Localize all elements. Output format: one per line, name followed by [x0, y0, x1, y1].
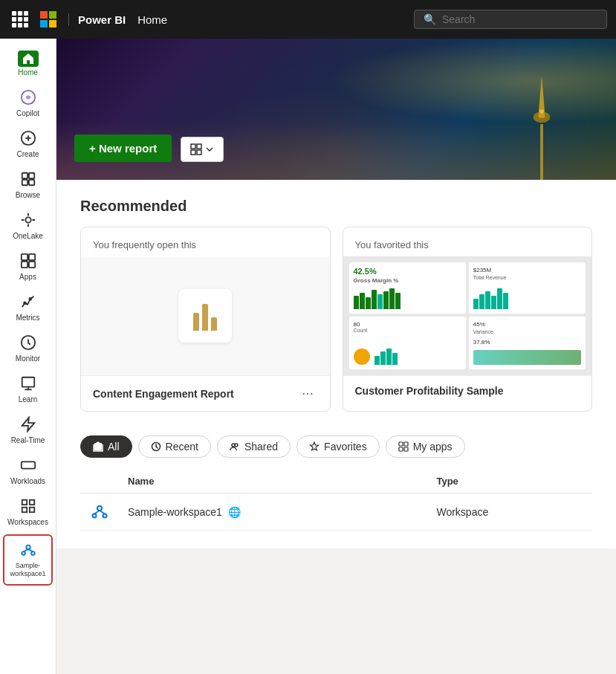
sidebar-item-sample-workspace1[interactable]: Sample-workspace1	[3, 534, 53, 586]
svg-line-49	[100, 511, 105, 514]
search-box[interactable]: 🔍	[414, 10, 607, 29]
svg-rect-43	[399, 447, 403, 451]
sidebar-label-browse: Browse	[16, 191, 40, 200]
recommended-grid: You frequently open this Content Engagem…	[80, 227, 592, 412]
filter-tab-shared[interactable]: Shared	[217, 435, 291, 458]
sidebar-label-monitor: Monitor	[16, 354, 40, 363]
sidebar-item-apps[interactable]: Apps	[0, 247, 56, 288]
content-area: Recommended You frequently open this Con…	[56, 180, 616, 548]
workspaces-icon	[20, 498, 36, 516]
filter-tab-recent[interactable]: Recent	[138, 435, 211, 458]
onelake-icon	[20, 212, 36, 230]
filter-tab-all-label: All	[108, 441, 120, 453]
sidebar-item-metrics[interactable]: Metrics	[0, 288, 56, 328]
dash-tile-2: $235M Total Revenue	[469, 262, 586, 314]
workspace-item-icon	[20, 542, 36, 560]
waffle-menu[interactable]	[9, 8, 31, 30]
rec-card-engagement-name: Content Engagement Report	[93, 388, 234, 400]
svg-point-8	[25, 217, 30, 222]
filter-tab-recent-label: Recent	[166, 441, 198, 453]
items-table: Name Type	[80, 470, 592, 531]
rec-card-engagement[interactable]: You frequently open this Content Engagem…	[80, 227, 331, 412]
svg-rect-20	[29, 500, 33, 505]
sidebar-item-onelake[interactable]: OneLake	[0, 206, 56, 247]
sidebar-item-monitor[interactable]: Monitor	[0, 328, 56, 369]
svg-point-45	[97, 506, 102, 511]
cube-icon	[93, 441, 103, 452]
rec-card-engagement-more-button[interactable]: ⋯	[297, 385, 318, 402]
rec-card-profitability-name: Customer Profitability Sample	[355, 385, 504, 397]
table-row-name: Sample-workspace1	[128, 506, 222, 518]
rec-card-profitability-subtitle: You favorited this	[343, 227, 592, 256]
view-toggle-button[interactable]	[181, 137, 224, 162]
sidebar-label-create: Create	[16, 150, 39, 159]
search-icon: 🔍	[424, 13, 436, 25]
svg-rect-21	[22, 508, 26, 512]
sidebar-item-learn[interactable]: Learn	[0, 369, 56, 410]
table-col-type-label: Type	[427, 470, 592, 493]
sidebar-item-copilot[interactable]: Copilot	[0, 83, 56, 124]
svg-rect-4	[22, 173, 27, 178]
svg-rect-31	[539, 114, 545, 118]
svg-rect-6	[22, 180, 27, 185]
sidebar-label-workloads: Workloads	[10, 477, 45, 486]
svg-point-46	[93, 514, 97, 518]
svg-rect-9	[21, 254, 27, 260]
table-col-name	[80, 470, 119, 493]
table-row[interactable]: Sample-workspace1 🌐 Workspace	[80, 493, 592, 531]
space-needle-decoration	[527, 68, 557, 180]
svg-rect-19	[22, 500, 26, 505]
dash-tile-1: 42.5% Gross Margin %	[349, 262, 466, 314]
view-toggle-icon	[190, 143, 202, 155]
rec-card-profitability[interactable]: You favorited this 42.5% Gross Margin %	[343, 227, 593, 412]
filter-tab-favorites-label: Favorites	[324, 441, 367, 453]
sidebar-label-apps: Apps	[19, 273, 36, 282]
svg-point-32	[539, 109, 544, 114]
table-row-type-cell: Workspace	[427, 493, 592, 531]
svg-rect-35	[191, 150, 195, 155]
filter-tabs: All Recent Shared Favorites My apps	[80, 435, 592, 458]
people-icon	[230, 441, 240, 452]
svg-rect-12	[28, 262, 34, 268]
filter-tab-favorites[interactable]: Favorites	[296, 435, 380, 458]
sidebar-label-sample-workspace1: Sample-workspace1	[10, 562, 45, 578]
sidebar: Home Copilot Create Browse	[0, 39, 56, 674]
sidebar-item-workloads[interactable]: Workloads	[0, 451, 56, 492]
rec-card-engagement-footer: Content Engagement Report ⋯	[81, 375, 330, 411]
search-input[interactable]	[442, 13, 597, 25]
sidebar-label-workspaces: Workspaces	[7, 518, 48, 527]
sidebar-item-home[interactable]: Home	[0, 45, 56, 83]
apps-icon	[20, 253, 36, 271]
main-content: + New report Recommended You frequently …	[56, 39, 616, 674]
sidebar-item-browse[interactable]: Browse	[0, 165, 56, 206]
svg-rect-7	[28, 180, 33, 185]
learn-icon	[20, 375, 36, 394]
sidebar-item-create[interactable]: Create	[0, 124, 56, 165]
svg-rect-10	[28, 254, 34, 260]
svg-rect-44	[404, 447, 408, 451]
globe-icon: 🌐	[228, 506, 241, 518]
svg-rect-42	[404, 442, 408, 446]
svg-rect-22	[29, 508, 33, 512]
filter-tab-myapps[interactable]: My apps	[386, 435, 465, 458]
sidebar-item-workspaces[interactable]: Workspaces	[0, 492, 56, 533]
microsoft-logo	[40, 11, 56, 27]
table-header: Name Type	[80, 470, 592, 493]
sidebar-label-copilot: Copilot	[16, 109, 39, 118]
filter-tab-all[interactable]: All	[80, 435, 132, 458]
dropdown-chevron-icon	[205, 145, 214, 154]
svg-point-47	[103, 514, 107, 518]
new-report-button[interactable]: + New report	[74, 135, 172, 162]
sidebar-item-realtime[interactable]: Real-Time	[0, 410, 56, 451]
app-brand: Power BI	[68, 13, 126, 26]
table-row-name-cell: Sample-workspace1 🌐	[119, 493, 427, 531]
clock-icon	[151, 441, 161, 452]
copilot-icon	[20, 89, 36, 108]
top-navigation: Power BI Home 🔍	[0, 0, 616, 39]
rec-card-profitability-footer: Customer Profitability Sample	[343, 375, 592, 406]
svg-rect-11	[21, 262, 27, 268]
workloads-icon	[20, 457, 36, 476]
dash-tile-4: 45% Variance 37.8%	[469, 317, 586, 369]
my-apps-icon	[398, 441, 409, 452]
table-body: Sample-workspace1 🌐 Workspace	[80, 493, 592, 531]
